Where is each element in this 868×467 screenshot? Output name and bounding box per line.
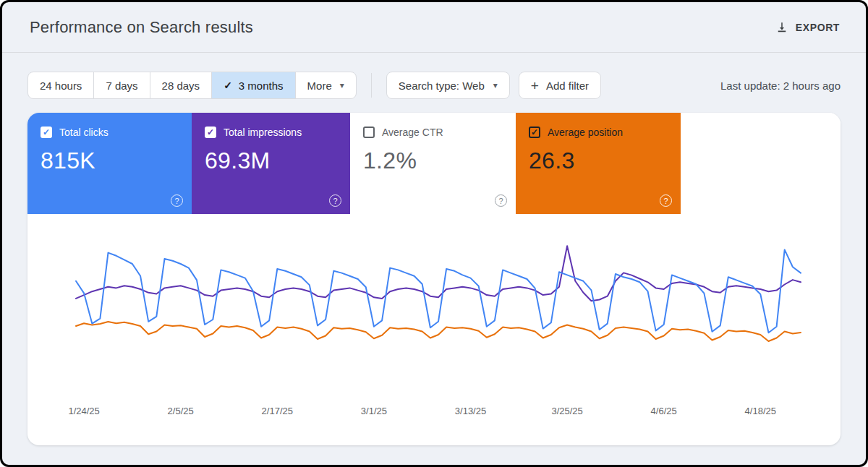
date-range-24-hours[interactable]: 24 hours (27, 72, 94, 99)
plus-icon: + (531, 79, 539, 93)
series-line-average-position (76, 322, 801, 341)
x-axis-tick-label: 3/1/25 (361, 406, 387, 416)
checkbox-checked-icon[interactable]: ✓ (41, 127, 52, 138)
x-axis-tick-label: 4/18/25 (745, 406, 776, 416)
app-frame: Performance on Search results EXPORT 24 … (0, 0, 868, 467)
page-title: Performance on Search results (30, 18, 253, 37)
checkbox-checked-icon[interactable]: ✓ (205, 127, 216, 138)
metric-label-row: ✓ Average position (529, 127, 669, 138)
search-type-filter[interactable]: Search type: Web ▾ (386, 72, 510, 99)
export-label: EXPORT (796, 22, 840, 33)
check-icon: ✓ (43, 127, 50, 137)
export-button[interactable]: EXPORT (771, 15, 844, 40)
check-icon: ✓ (531, 127, 538, 137)
date-range-selector: 24 hours 7 days 28 days ✓ 3 months More … (27, 72, 357, 99)
checkbox-checked-icon[interactable]: ✓ (529, 127, 540, 138)
help-icon[interactable]: ? (171, 194, 183, 207)
check-icon: ✓ (224, 80, 232, 91)
checkbox-unchecked-icon[interactable] (363, 127, 375, 138)
download-icon (775, 21, 788, 34)
search-type-label: Search type: Web (399, 80, 485, 92)
x-axis-tick-label: 3/13/25 (455, 406, 486, 416)
date-range-7-days[interactable]: 7 days (93, 72, 150, 99)
date-range-3-months[interactable]: ✓ 3 months (211, 72, 295, 99)
metric-label: Average position (548, 127, 623, 138)
series-line-total-impressions (76, 246, 801, 301)
date-range-label: 28 days (162, 80, 200, 92)
help-icon[interactable]: ? (660, 194, 672, 207)
check-icon: ✓ (207, 127, 214, 137)
chevron-down-icon: ▾ (340, 80, 344, 90)
x-axis-tick-label: 2/5/25 (168, 406, 194, 416)
metric-value: 26.3 (529, 147, 669, 174)
metric-label-row: ✓ Total impressions (205, 127, 339, 138)
chevron-down-icon: ▾ (493, 80, 498, 90)
performance-card: ✓ Total clicks 815K ? ✓ Total impression… (27, 113, 841, 445)
x-axis-tick-label: 3/25/25 (551, 406, 582, 416)
date-range-28-days[interactable]: 28 days (150, 72, 213, 99)
metric-tile-total-clicks[interactable]: ✓ Total clicks 815K ? (27, 113, 192, 214)
vertical-divider (371, 73, 372, 98)
date-range-label: 7 days (106, 80, 137, 92)
performance-chart[interactable]: 1/24/252/5/252/17/253/1/253/13/253/25/25… (27, 214, 841, 445)
metric-label: Average CTR (382, 127, 443, 138)
help-icon[interactable]: ? (329, 194, 341, 207)
metric-value: 1.2% (363, 147, 504, 174)
metric-tile-total-impressions[interactable]: ✓ Total impressions 69.3M ? (192, 113, 350, 214)
page-header: Performance on Search results EXPORT (2, 2, 866, 53)
chart-area: 1/24/252/5/252/17/253/1/253/13/253/25/25… (27, 214, 841, 445)
date-range-more[interactable]: More ▾ (295, 72, 357, 99)
series-line-total-clicks (76, 249, 801, 333)
metric-value: 69.3M (205, 147, 339, 174)
x-axis-tick-label: 1/24/25 (68, 406, 99, 416)
add-filter-button[interactable]: + Add filter (519, 72, 601, 99)
metric-tile-average-ctr[interactable]: Average CTR 1.2% ? (350, 113, 516, 214)
date-range-label: More (307, 80, 332, 92)
date-range-label: 24 hours (40, 80, 82, 92)
metric-label-row: ✓ Total clicks (41, 127, 180, 138)
metric-value: 815K (41, 147, 180, 174)
date-range-label: 3 months (239, 80, 284, 92)
metric-label: Total clicks (59, 127, 109, 138)
help-icon[interactable]: ? (495, 194, 507, 207)
metric-label: Total impressions (224, 127, 302, 138)
metric-tile-average-position[interactable]: ✓ Average position 26.3 ? (516, 113, 681, 214)
metric-label-row: Average CTR (363, 127, 504, 138)
filter-bar: 24 hours 7 days 28 days ✓ 3 months More … (2, 53, 866, 99)
x-axis-tick-label: 2/17/25 (262, 406, 293, 416)
last-update-text: Last update: 2 hours ago (720, 80, 841, 92)
tiles-filler (681, 113, 841, 214)
metric-tiles: ✓ Total clicks 815K ? ✓ Total impression… (27, 113, 841, 214)
add-filter-label: Add filter (546, 80, 589, 92)
x-axis-tick-label: 4/6/25 (651, 406, 677, 416)
